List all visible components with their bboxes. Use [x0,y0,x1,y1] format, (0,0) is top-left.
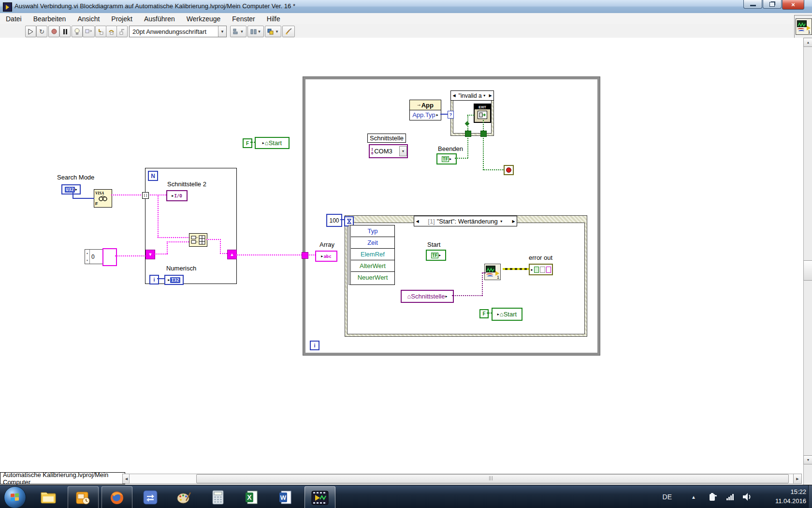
show-hidden-icons-button[interactable]: ▲ [691,485,696,508]
wire-const-to-sr[interactable] [115,255,145,256]
wire-io-down[interactable] [158,195,159,238]
menu-ausfuehren[interactable]: Ausführen [138,13,181,24]
font-selector[interactable]: 20pt Anwendungsschriftart ▼ [129,26,227,37]
while-loop-array-tunnel[interactable] [302,252,308,259]
taskbar-calculator[interactable] [203,486,233,508]
index-spinner[interactable]: ▲▼ [85,250,90,264]
taskbar-outlook[interactable] [68,486,99,508]
wire-sr-out-h[interactable] [154,254,168,254]
event-data-node[interactable]: Typ Zeit ElemRef AlterWert NeuerWert [348,225,395,285]
pause-button[interactable] [59,26,71,37]
minimize-button[interactable] [743,0,762,9]
app-property-node[interactable]: ⊸ App App.Typ ▸ [409,100,441,120]
schnittstelle-local-variable[interactable]: ⌂Schnittstelle▸ [401,290,454,303]
menu-bearbeiten[interactable]: Bearbeiten [28,13,72,24]
taskbar-excel[interactable]: X [237,486,267,508]
menu-werkzeuge[interactable]: Werkzeuge [181,13,227,24]
wire-beenden-v[interactable] [467,136,468,158]
start-button[interactable] [4,486,26,508]
event-data-zeit[interactable]: Zeit [351,237,394,249]
menu-hilfe[interactable]: Hilfe [261,13,286,24]
wire-stop-v[interactable] [483,136,484,170]
taskbar-firefox[interactable] [102,486,132,508]
vi-icon-panel[interactable]: 1 [794,15,812,38]
array-constant-index[interactable]: ▲▼ 0 [85,249,103,264]
distribute-objects-button[interactable]: ▼ [247,26,264,37]
highlight-execution-button[interactable] [72,26,83,37]
retain-wire-values-button[interactable] [83,26,95,37]
wire-buildarray-out-v[interactable] [220,239,221,254]
volume-icon[interactable] [742,485,752,508]
error-out-indicator[interactable]: ▸ [529,264,553,275]
wire-case-inner-h1[interactable] [467,115,474,116]
case-next-arrow-icon[interactable]: ▶ [487,91,493,100]
taskbar-paint[interactable] [169,486,199,508]
search-mode-terminal[interactable]: U32▸ [61,184,81,194]
com-dropdown-icon[interactable]: ▼ [399,146,407,156]
wire-stop-h[interactable] [483,169,504,170]
wire-to-buildarray-1[interactable] [158,237,189,238]
abort-button[interactable] [48,26,59,37]
schnittstelle2-indicator[interactable]: ▸I/O [166,190,188,201]
step-over-button[interactable] [106,26,117,37]
scroll-right-button[interactable]: ▶ [793,474,802,484]
restore-button[interactable] [763,0,782,9]
wire-schnittstelle-v[interactable] [482,273,483,296]
case-prev-arrow-icon[interactable]: ◀ [451,91,457,100]
wire-beenden-h[interactable] [455,158,468,159]
vertical-scroll-thumb[interactable] [803,260,812,281]
start-tf-terminal[interactable]: TF▸ [426,250,446,261]
subvi-node[interactable]: 1 [484,264,501,280]
for-loop-count-terminal[interactable]: N [148,171,158,181]
wire-sr-out-v[interactable] [167,241,168,254]
menu-ansicht[interactable]: Ansicht [72,13,105,24]
case-structure-header[interactable]: ◀ "invalid a ▼ ▶ [450,90,494,101]
visa-find-resource-node[interactable]: VISA F [94,189,112,208]
run-button[interactable] [25,26,36,37]
event-prev-arrow-icon[interactable]: ◀ [414,216,420,226]
case-tunnel-right[interactable] [480,131,487,137]
while-loop-iteration-terminal[interactable]: i [310,341,319,350]
start-local-variable-event[interactable]: ▸⌂Start [492,308,522,321]
taskbar-explorer[interactable] [34,486,64,508]
for-loop-input-tunnel[interactable]: [] [142,192,149,199]
wire-buildarray-out-h[interactable] [206,239,221,240]
wire-case-inner-v2[interactable] [483,120,484,131]
quit-labview-node[interactable]: EXIT [474,104,491,123]
event-structure-header[interactable]: ◀ [1] "Start": Wertänderung ▼ ▶ [414,216,517,226]
power-icon[interactable] [709,485,717,508]
tray-language[interactable]: DE [663,485,672,508]
start-local-variable-top[interactable]: ▸⌂Start [255,137,290,149]
show-desktop-button[interactable] [808,485,812,508]
array-constant-element[interactable] [102,248,117,266]
event-data-typ[interactable]: Typ [351,225,394,237]
align-objects-button[interactable]: ▼ [230,26,246,37]
step-into-button[interactable] [95,26,106,37]
wire-u32-h[interactable] [72,198,94,199]
build-array-node[interactable] [189,233,207,247]
event-data-alterwert[interactable]: AlterWert [351,260,394,272]
menu-projekt[interactable]: Projekt [105,13,138,24]
tray-clock[interactable]: 15:22 11.04.2016 [753,487,806,506]
numerisch-indicator[interactable]: ▸I32 [164,275,184,285]
event-next-arrow-icon[interactable]: ▶ [510,216,517,226]
wire-to-buildarray-2[interactable] [167,241,189,242]
wire-f-start-event[interactable] [487,313,492,314]
clean-up-diagram-button[interactable] [282,26,295,37]
wire-f-start-top[interactable] [250,142,255,143]
menu-fenster[interactable]: Fenster [226,13,261,24]
shift-register-right[interactable]: ▲ [227,250,237,259]
wire-schnittstelle-h2[interactable] [482,272,486,273]
array-indicator[interactable]: ▸abc [315,251,337,262]
taskbar-labview[interactable] [304,486,335,508]
scroll-up-button[interactable]: ▲ [803,38,812,47]
schnittstelle-com-control[interactable]: IO COM3 ▼ [369,144,408,158]
wire-schnittstelle-h[interactable] [452,295,483,296]
network-icon[interactable] [726,485,735,508]
for-loop-iteration-terminal[interactable]: i [149,275,159,284]
wire-error[interactable] [503,268,529,270]
taskbar-word[interactable]: W [271,486,301,508]
beenden-control[interactable]: TF▸ [436,153,457,164]
taskbar-lync[interactable] [135,486,165,508]
run-continuous-button[interactable]: ↻ [36,26,47,37]
